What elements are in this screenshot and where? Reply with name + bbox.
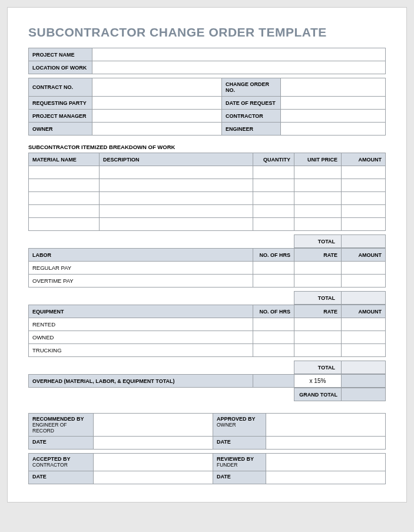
material-row-cell[interactable]: [29, 166, 100, 179]
contractor-label: CONTRACTOR: [222, 110, 281, 123]
labor-hrs-header: NO. OF HRS: [253, 249, 294, 262]
equip-rate-header: RATE: [294, 305, 342, 318]
date-request-label: DATE OF REQUEST: [222, 97, 281, 110]
amount-header: AMOUNT: [342, 153, 386, 166]
equipment-total-field[interactable]: [342, 361, 386, 374]
regular-pay-row: REGULAR PAY: [29, 262, 253, 275]
material-name-header: MATERIAL NAME: [29, 153, 100, 166]
engineer-label: ENGINEER: [222, 123, 281, 136]
grand-total-field[interactable]: [342, 388, 386, 401]
overhead-rate: x 15%: [294, 375, 342, 388]
date-field-4[interactable]: [266, 471, 386, 484]
labor-total-field[interactable]: [342, 292, 386, 305]
project-manager-label: PROJECT MANAGER: [29, 110, 92, 123]
contractor-field[interactable]: [281, 110, 386, 123]
owner-label: OWNER: [29, 123, 92, 136]
recommended-by-field[interactable]: [94, 414, 213, 437]
equipment-total-table: TOTAL: [28, 361, 386, 374]
contract-no-label: CONTRACT NO.: [29, 78, 92, 97]
date-request-field[interactable]: [281, 97, 386, 110]
requesting-party-field[interactable]: [92, 97, 222, 110]
material-total-field[interactable]: [342, 235, 386, 248]
date-label-1: DATE: [29, 437, 94, 450]
location-field[interactable]: [92, 61, 386, 74]
grand-total-table: GRAND TOTAL: [28, 388, 386, 401]
equip-hrs-header: NO. OF HRS: [253, 305, 294, 318]
recommended-by-label: RECOMMENDED BY ENGINEER OF RECORD: [29, 414, 94, 437]
equipment-table: EQUIPMENT NO. OF HRS RATE AMOUNT RENTED …: [28, 305, 386, 357]
grand-total-label: GRAND TOTAL: [294, 388, 342, 401]
quantity-header: QUANTITY: [253, 153, 294, 166]
material-total-label: TOTAL: [294, 235, 342, 248]
labor-header: LABOR: [29, 249, 253, 262]
contract-details-table: CONTRACT NO. CHANGE ORDER NO. REQUESTING…: [28, 78, 386, 136]
date-label-3: DATE: [29, 471, 94, 484]
project-name-field[interactable]: [92, 48, 386, 61]
overhead-table: OVERHEAD (MATERIAL, LABOR, & EQUIPMENT T…: [28, 374, 386, 388]
breakdown-section-title: SUBCONTRACTOR ITEMIZED BREAKDOWN OF WORK: [28, 144, 386, 150]
project-manager-field[interactable]: [92, 110, 222, 123]
project-header-table: PROJECT NAME LOCATION OF WORK: [28, 48, 386, 74]
rented-row: RENTED: [29, 318, 253, 331]
equipment-total-label: TOTAL: [294, 361, 342, 374]
material-total-table: TOTAL: [28, 234, 386, 248]
labor-total-label: TOTAL: [294, 292, 342, 305]
location-label: LOCATION OF WORK: [29, 61, 92, 74]
approved-by-label: APPROVED BY OWNER: [213, 414, 266, 437]
accepted-by-field[interactable]: [94, 454, 213, 471]
requesting-party-label: REQUESTING PARTY: [29, 97, 92, 110]
reviewed-by-field[interactable]: [266, 454, 386, 471]
document-title: SUBCONTRACTOR CHANGE ORDER TEMPLATE: [28, 25, 386, 39]
signatures-table-2: ACCEPTED BY CONTRACTOR REVIEWED BY FUNDE…: [28, 453, 386, 484]
engineer-field[interactable]: [281, 123, 386, 136]
accepted-by-label: ACCEPTED BY CONTRACTOR: [29, 454, 94, 471]
approved-by-field[interactable]: [266, 414, 386, 437]
page-container: SUBCONTRACTOR CHANGE ORDER TEMPLATE PROJ…: [7, 7, 407, 503]
description-header: DESCRIPTION: [100, 153, 253, 166]
overtime-pay-row: OVERTIME PAY: [29, 275, 253, 288]
signatures-table: RECOMMENDED BY ENGINEER OF RECORD APPROV…: [28, 413, 386, 450]
date-label-4: DATE: [213, 471, 266, 484]
equipment-header: EQUIPMENT: [29, 305, 253, 318]
change-order-no-field[interactable]: [281, 78, 386, 97]
labor-table: LABOR NO. OF HRS RATE AMOUNT REGULAR PAY…: [28, 248, 386, 288]
reviewed-by-label: REVIEWED BY FUNDER: [213, 454, 266, 471]
labor-amount-header: AMOUNT: [342, 249, 386, 262]
labor-total-table: TOTAL: [28, 291, 386, 305]
date-field-3[interactable]: [94, 471, 213, 484]
change-order-no-label: CHANGE ORDER NO.: [222, 78, 281, 97]
labor-rate-header: RATE: [294, 249, 342, 262]
equip-amount-header: AMOUNT: [342, 305, 386, 318]
owner-field[interactable]: [92, 123, 222, 136]
unit-price-header: UNIT PRICE: [294, 153, 342, 166]
owned-row: OWNED: [29, 331, 253, 344]
trucking-row: TRUCKING: [29, 344, 253, 357]
date-label-2: DATE: [213, 437, 266, 450]
material-table: MATERIAL NAME DESCRIPTION QUANTITY UNIT …: [28, 153, 386, 231]
date-field-1[interactable]: [94, 437, 213, 450]
overhead-label: OVERHEAD (MATERIAL, LABOR, & EQUIPMENT T…: [29, 375, 253, 388]
overhead-amount-field[interactable]: [342, 375, 386, 388]
project-name-label: PROJECT NAME: [29, 48, 92, 61]
contract-no-field[interactable]: [92, 78, 222, 97]
date-field-2[interactable]: [266, 437, 386, 450]
